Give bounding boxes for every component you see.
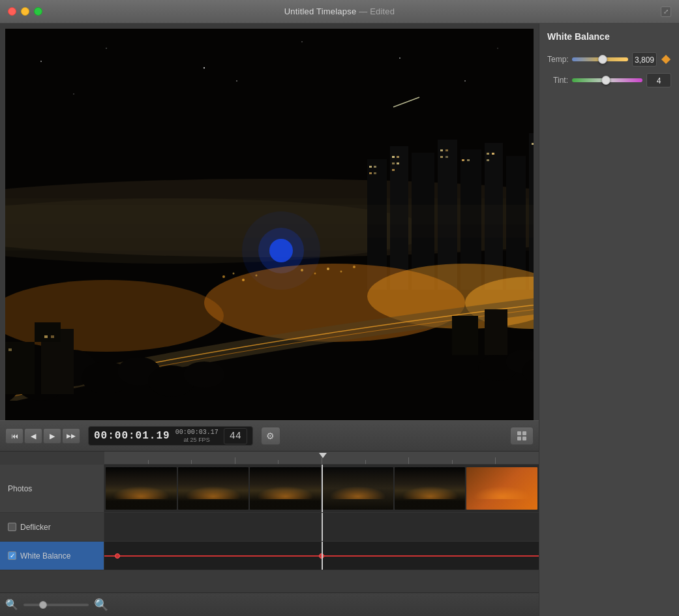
svg-rect-85	[522, 437, 526, 440]
temp-auto-button[interactable]	[661, 54, 671, 65]
wb-keyframe-start[interactable]	[115, 553, 120, 559]
svg-point-7	[464, 80, 466, 82]
svg-rect-28	[397, 156, 399, 158]
photo-thumb-2	[178, 467, 249, 510]
wb-track-content[interactable]	[104, 542, 539, 570]
play-button[interactable]: ▶	[43, 428, 61, 444]
svg-rect-82	[517, 431, 521, 435]
svg-rect-33	[445, 149, 448, 151]
svg-rect-35	[445, 156, 448, 158]
timecode-info: 00:00:03.17 at 25 FPS	[175, 429, 219, 444]
traffic-lights	[8, 7, 42, 16]
svg-rect-32	[440, 149, 443, 151]
svg-rect-34	[440, 156, 443, 158]
deflicker-checkbox[interactable]	[8, 523, 16, 531]
main-area: ⏮ ◀ ▶ ▶▶ 00:00:01.19 00:00:03.17 at 25 F…	[0, 23, 679, 616]
svg-rect-81	[5, 224, 534, 238]
svg-point-8	[73, 93, 74, 95]
svg-point-71	[222, 275, 225, 278]
svg-rect-80	[5, 205, 534, 224]
maximize-button[interactable]	[34, 7, 42, 16]
svg-point-3	[204, 67, 205, 69]
svg-rect-64	[35, 322, 61, 342]
auto-diamond-icon	[661, 55, 671, 64]
svg-rect-70	[51, 335, 54, 338]
photo-thumb-6	[466, 467, 537, 510]
svg-point-56	[183, 362, 225, 388]
prev-frame-button[interactable]: ◀	[24, 428, 42, 444]
minimize-button[interactable]	[21, 7, 29, 16]
right-panel: White Balance Temp: 3,809 Tint:	[539, 23, 679, 616]
temp-slider-wrap[interactable]	[572, 54, 628, 65]
tracks-container: Photos	[0, 465, 539, 593]
svg-rect-36	[462, 159, 464, 161]
photos-track-content[interactable]	[104, 465, 539, 512]
next-frame-button[interactable]: ▶▶	[62, 428, 80, 444]
wb-keyframe-mid[interactable]	[319, 553, 324, 559]
temp-label: Temp:	[547, 55, 568, 64]
svg-rect-25	[369, 172, 372, 174]
playhead-marker[interactable]	[319, 453, 327, 458]
transport-controls: ⏮ ◀ ▶ ▶▶	[5, 428, 80, 444]
svg-rect-66	[485, 309, 507, 355]
svg-point-77	[327, 268, 329, 270]
tint-slider-thumb[interactable]	[601, 76, 611, 85]
svg-rect-29	[392, 162, 395, 164]
deflicker-track-content[interactable]	[104, 513, 539, 541]
wb-track: ✓ White Balance	[0, 542, 539, 570]
svg-rect-39	[492, 153, 494, 155]
temp-value: 3,809	[632, 52, 657, 67]
expand-button[interactable]: ⤢	[661, 7, 671, 17]
svg-point-76	[314, 273, 316, 275]
photo-thumb-5	[395, 467, 466, 510]
video-preview	[5, 29, 534, 420]
svg-point-2	[106, 48, 107, 49]
zoom-slider[interactable]	[23, 604, 89, 606]
svg-rect-61	[5, 401, 534, 420]
svg-point-9	[236, 80, 237, 82]
svg-rect-38	[487, 153, 489, 155]
timecode-display: 00:00:01.19 00:00:03.17 at 25 FPS 44	[88, 426, 253, 446]
svg-point-78	[340, 271, 342, 273]
bottom-bar: 🔍 🔍	[0, 593, 539, 616]
settings-button[interactable]: ⚙	[261, 427, 280, 445]
wb-panel-content: White Balance Temp: 3,809 Tint:	[539, 23, 679, 102]
view-toggle-button[interactable]	[510, 427, 534, 445]
svg-point-79	[353, 266, 355, 268]
frame-count: 44	[224, 428, 247, 444]
svg-rect-84	[517, 437, 521, 440]
svg-rect-40	[487, 159, 489, 161]
svg-point-73	[242, 279, 245, 281]
transport-bar: ⏮ ◀ ▶ ▶▶ 00:00:01.19 00:00:03.17 at 25 F…	[0, 420, 539, 452]
zoom-in-icon[interactable]: 🔍	[94, 598, 108, 612]
video-frame	[5, 29, 534, 420]
deflicker-checkbox-group: Deflicker	[8, 523, 51, 532]
svg-point-72	[233, 273, 235, 275]
temp-param-row: Temp: 3,809	[547, 52, 671, 67]
photo-thumb-4	[322, 467, 393, 510]
svg-point-74	[256, 275, 258, 277]
photos-track-label: Photos	[0, 465, 104, 512]
timecode-current: 00:00:01.19	[94, 430, 170, 442]
video-side: ⏮ ◀ ▶ ▶▶ 00:00:01.19 00:00:03.17 at 25 F…	[0, 23, 539, 616]
svg-point-6	[497, 48, 498, 48]
wb-checkbox[interactable]: ✓	[8, 551, 16, 560]
zoom-out-icon[interactable]: 🔍	[5, 598, 18, 611]
zoom-slider-thumb[interactable]	[39, 601, 47, 609]
photos-track: Photos	[0, 465, 539, 513]
svg-rect-69	[44, 335, 48, 338]
tint-slider-wrap[interactable]	[572, 75, 642, 85]
svg-rect-83	[522, 431, 526, 435]
tint-label: Tint:	[547, 76, 568, 85]
wb-checkbox-group: ✓ White Balance	[8, 551, 70, 561]
close-button[interactable]	[8, 7, 16, 16]
panel-title: White Balance	[547, 31, 671, 42]
timeline-area: Photos	[0, 452, 539, 616]
temp-slider-thumb[interactable]	[598, 55, 607, 64]
svg-rect-23	[369, 166, 372, 168]
svg-rect-68	[8, 348, 12, 351]
skip-back-button[interactable]: ⏮	[5, 428, 23, 444]
wb-track-label: ✓ White Balance	[0, 542, 104, 570]
svg-rect-41	[532, 143, 534, 145]
deflicker-track: Deflicker	[0, 513, 539, 542]
